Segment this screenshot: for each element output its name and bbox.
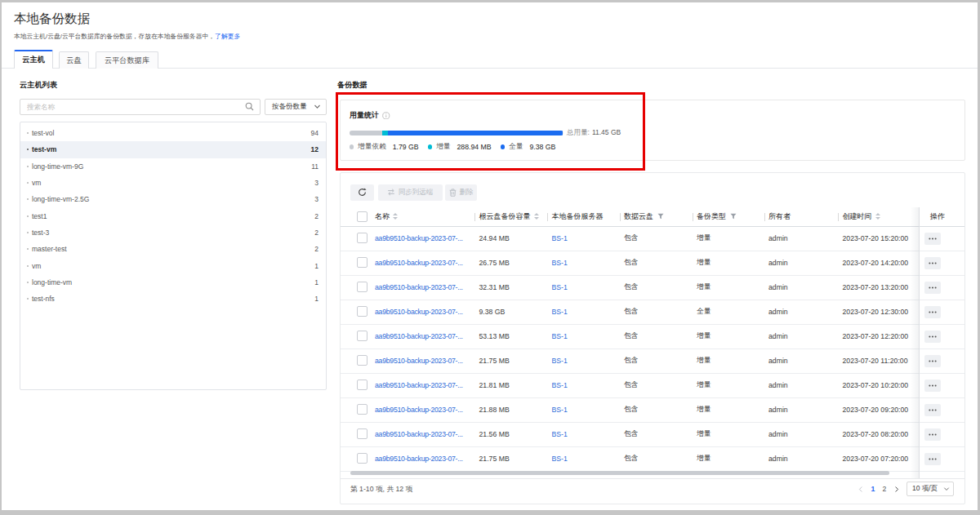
vm-list-item[interactable]: vm1 <box>20 257 326 273</box>
table-row: aa9b9510-backup-2023-07-...24.94 MBBS-1包… <box>341 227 964 251</box>
owner-cell: admin <box>764 430 839 438</box>
learn-more-link[interactable]: 了解更多 <box>215 33 240 40</box>
row-actions-button[interactable] <box>924 404 941 416</box>
column-label: 名称 <box>375 211 390 222</box>
column-header-data-disk[interactable]: 数据云盘 <box>620 207 693 226</box>
backup-server-link[interactable]: BS-1 <box>552 455 568 463</box>
row-actions-button[interactable] <box>924 306 941 318</box>
window-frame-bottom <box>0 510 980 515</box>
row-actions-button[interactable] <box>924 428 941 441</box>
vm-list-item[interactable]: test-32 <box>20 224 326 241</box>
delete-button[interactable]: 删除 <box>445 184 477 201</box>
vm-list-item[interactable]: master-test2 <box>20 241 326 257</box>
table-row: aa9b9510-backup-2023-07-...9.38 GBBS-1包含… <box>341 300 964 325</box>
backup-name-link[interactable]: aa9b9510-backup-2023-07-... <box>375 381 463 389</box>
row-actions-button[interactable] <box>924 331 941 343</box>
row-checkbox[interactable] <box>357 331 368 341</box>
select-all-checkbox[interactable] <box>357 211 368 222</box>
vm-name: test-vm <box>32 145 311 153</box>
actions-cell <box>920 282 966 294</box>
data-disk-cell: 包含 <box>620 356 693 366</box>
backup-server-link[interactable]: BS-1 <box>552 406 568 414</box>
backup-server-link[interactable]: BS-1 <box>552 308 568 316</box>
filter-icon[interactable] <box>730 213 737 220</box>
backup-server-link[interactable]: BS-1 <box>552 234 568 242</box>
backup-name-link[interactable]: aa9b9510-backup-2023-07-... <box>375 259 463 267</box>
data-disk-cell: 包含 <box>620 454 693 464</box>
row-checkbox[interactable] <box>357 282 368 292</box>
page-number-2[interactable]: 2 <box>879 485 890 493</box>
vm-list-item[interactable]: vm3 <box>20 175 326 191</box>
filter-icon[interactable] <box>657 213 664 220</box>
page-number-1[interactable]: 1 <box>867 485 879 493</box>
backup-server-link[interactable]: BS-1 <box>552 283 568 291</box>
vm-list-item[interactable]: test-nfs1 <box>20 291 326 307</box>
column-separator <box>838 213 839 221</box>
horizontal-scrollbar-thumb[interactable] <box>350 471 889 475</box>
sort-select[interactable]: 按备份数量 <box>265 99 327 115</box>
next-page-button[interactable] <box>891 486 902 493</box>
search-input[interactable] <box>20 100 245 114</box>
backup-name-link[interactable]: aa9b9510-backup-2023-07-... <box>375 308 463 316</box>
row-actions-button[interactable] <box>924 233 941 245</box>
column-header-create-time[interactable]: 创建时间 <box>838 207 920 226</box>
backup-server-link[interactable]: BS-1 <box>552 357 568 365</box>
vm-backup-count: 11 <box>311 162 318 171</box>
row-actions-button[interactable] <box>924 380 941 392</box>
backup-server-link[interactable]: BS-1 <box>552 381 568 389</box>
bullet-icon <box>27 198 29 200</box>
row-checkbox[interactable] <box>357 257 368 268</box>
vm-name: test-3 <box>32 229 314 237</box>
backup-name-link[interactable]: aa9b9510-backup-2023-07-... <box>375 406 463 414</box>
data-disk-cell: 包含 <box>620 258 693 268</box>
tab-volumes[interactable]: 云盘 <box>59 51 89 69</box>
info-icon[interactable] <box>382 112 390 120</box>
vm-list-item[interactable]: long-time-vm-9G11 <box>20 158 326 175</box>
row-actions-button[interactable] <box>924 257 941 269</box>
vm-backup-count: 2 <box>314 245 318 253</box>
row-checkbox[interactable] <box>357 404 368 415</box>
sync-to-remote-button[interactable]: 同步到远端 <box>378 184 443 201</box>
row-checkbox[interactable] <box>357 428 368 439</box>
vm-list-item[interactable]: test-vol94 <box>20 125 326 141</box>
row-actions-button[interactable] <box>924 282 941 294</box>
column-header-name[interactable]: 名称 <box>374 207 474 226</box>
sort-icon[interactable] <box>875 213 880 220</box>
row-checkbox[interactable] <box>357 355 368 366</box>
vm-list-item[interactable]: long-time-vm-2.5G3 <box>20 191 326 207</box>
vm-list-item[interactable]: test12 <box>20 207 326 224</box>
vm-list-item[interactable]: test-vm12 <box>20 141 326 158</box>
backup-name-link[interactable]: aa9b9510-backup-2023-07-... <box>375 357 463 365</box>
backup-server-link[interactable]: BS-1 <box>552 430 568 438</box>
backup-name-link[interactable]: aa9b9510-backup-2023-07-... <box>375 332 463 340</box>
tab-platform-databases[interactable]: 云平台数据库 <box>96 51 158 69</box>
tab-label: 云盘 <box>66 55 81 66</box>
row-actions-button[interactable] <box>924 453 941 465</box>
column-header-size[interactable]: 根云盘备份容量 <box>474 207 547 226</box>
sort-icon[interactable] <box>534 213 539 220</box>
previous-page-button[interactable] <box>855 486 866 493</box>
row-checkbox[interactable] <box>357 233 368 243</box>
bullet-icon <box>27 166 29 167</box>
row-actions-button[interactable] <box>924 355 941 367</box>
vm-list-item[interactable]: long-time-vm1 <box>20 274 326 291</box>
ellipsis-icon <box>929 262 937 264</box>
backup-name-link[interactable]: aa9b9510-backup-2023-07-... <box>375 283 463 291</box>
row-checkbox[interactable] <box>357 453 368 464</box>
backup-server-link[interactable]: BS-1 <box>552 259 568 267</box>
page-size-select[interactable]: 10 项/页 <box>906 482 954 496</box>
backup-table-card: 同步到远端 删除 名称 根云盘备份容量 本地备份服务器 数据云盘 备份类型 所有… <box>340 172 965 504</box>
backup-name-link[interactable]: aa9b9510-backup-2023-07-... <box>375 430 463 438</box>
row-checkbox[interactable] <box>357 306 368 317</box>
backup-name-link[interactable]: aa9b9510-backup-2023-07-... <box>375 234 463 242</box>
backup-server-cell: BS-1 <box>547 381 620 389</box>
backup-server-link[interactable]: BS-1 <box>552 332 568 340</box>
row-checkbox[interactable] <box>357 380 368 390</box>
sort-icon[interactable] <box>393 213 398 220</box>
refresh-button[interactable] <box>350 184 375 201</box>
tab-vm-instances[interactable]: 云主机 <box>14 50 53 69</box>
column-header-backup-type[interactable]: 备份类型 <box>693 207 764 226</box>
window-frame-top <box>0 0 980 2</box>
backup-server-cell: BS-1 <box>547 406 620 414</box>
backup-name-link[interactable]: aa9b9510-backup-2023-07-... <box>375 455 463 463</box>
